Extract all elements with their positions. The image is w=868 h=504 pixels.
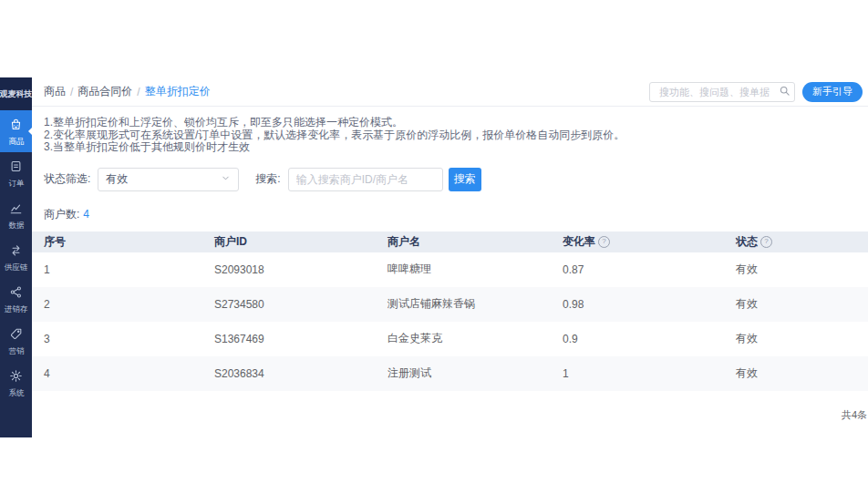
chevron-down-icon xyxy=(221,173,231,186)
app-window: 观麦科技 商品 订单 数据 供应链 进销存 营销 系统 商品 / 商品合同价 /… xyxy=(0,77,868,437)
col-header-index: 序号 xyxy=(32,234,202,250)
cell-index: 3 xyxy=(32,333,202,345)
shopping-bag-icon xyxy=(9,118,23,135)
breadcrumb-separator: / xyxy=(70,86,73,98)
app-logo: 观麦科技 xyxy=(0,77,32,110)
cell-merchant-id: S2093018 xyxy=(202,263,376,276)
cell-index: 4 xyxy=(32,367,202,380)
cell-status: 有效 xyxy=(724,331,868,346)
breadcrumb-item-products[interactable]: 商品 xyxy=(44,84,66,99)
table-row: 3 S1367469 白金史莱克 0.9 有效 xyxy=(32,322,868,356)
col-header-status-label: 状态 xyxy=(736,234,758,250)
cell-merchant-name: 啤啤糖理 xyxy=(376,262,551,277)
line-chart-icon xyxy=(9,201,23,219)
cell-change-rate: 0.98 xyxy=(551,298,724,311)
sidebar-item-2[interactable]: 数据 xyxy=(0,194,32,236)
merchant-search-input[interactable] xyxy=(288,168,443,191)
col-header-merchant-name: 商户名 xyxy=(376,234,551,250)
merchant-count: 商户数:4 xyxy=(44,207,868,222)
filter-row: 状态筛选: 有效 搜索: 搜索 xyxy=(44,168,868,191)
sidebar-item-5[interactable]: 营销 xyxy=(0,320,32,362)
help-icon[interactable]: ? xyxy=(598,236,610,248)
cell-status: 有效 xyxy=(724,365,868,381)
search-field-label: 搜索: xyxy=(255,171,280,187)
table-header-row: 序号 商户ID 商户名 变化率 ? 状态 ? xyxy=(32,231,868,252)
sidebar-item-4[interactable]: 进销存 xyxy=(0,278,32,320)
search-icon[interactable] xyxy=(779,84,790,100)
breadcrumb-separator: / xyxy=(137,86,140,98)
cell-merchant-id: S2036834 xyxy=(202,367,376,380)
sidebar-item-0[interactable]: 商品 xyxy=(0,110,32,152)
cell-merchant-id: S1367469 xyxy=(202,333,376,345)
sidebar-item-1[interactable]: 订单 xyxy=(0,152,32,194)
notice-block: 1.整单折扣定价和上浮定价、锁价均互斥，即至多只能选择一种定价模式。 2.变化率… xyxy=(32,107,868,154)
share-nodes-icon xyxy=(9,285,23,303)
sidebar-nav: 商品 订单 数据 供应链 进销存 营销 系统 xyxy=(0,110,32,404)
topbar: 商品 / 商品合同价 / 整单折扣定价 新手引导 xyxy=(32,77,868,107)
status-filter-select[interactable]: 有效 xyxy=(98,168,239,191)
tag-icon xyxy=(9,327,23,345)
table-body: 1 S2093018 啤啤糖理 0.87 有效 2 S2734580 测试店铺麻… xyxy=(32,252,868,391)
notice-line: 1.整单折扣定价和上浮定价、锁价均互斥，即至多只能选择一种定价模式。 xyxy=(44,117,868,129)
col-header-status: 状态 ? xyxy=(724,234,868,250)
breadcrumb: 商品 / 商品合同价 / 整单折扣定价 xyxy=(44,84,211,99)
cell-merchant-id: S2734580 xyxy=(202,298,376,311)
col-header-change-rate-label: 变化率 xyxy=(563,234,595,250)
global-search-box[interactable] xyxy=(649,82,795,102)
order-doc-icon xyxy=(9,159,23,177)
gear-icon xyxy=(9,369,23,386)
sidebar: 观麦科技 商品 订单 数据 供应链 进销存 营销 系统 xyxy=(0,77,32,437)
search-button[interactable]: 搜索 xyxy=(449,168,481,191)
notice-line: 2.变化率展现形式可在系统设置/订单中设置，默认选择变化率，表示基于原价的浮动比… xyxy=(44,129,868,142)
cell-index: 2 xyxy=(32,298,202,311)
sidebar-item-6[interactable]: 系统 xyxy=(0,362,32,404)
cell-change-rate: 0.9 xyxy=(551,333,724,345)
cell-index: 1 xyxy=(32,263,202,276)
status-filter-value: 有效 xyxy=(106,171,128,187)
topbar-right: 新手引导 xyxy=(649,82,863,102)
col-header-change-rate: 变化率 ? xyxy=(551,234,724,250)
newbie-guide-button[interactable]: 新手引导 xyxy=(802,82,863,102)
breadcrumb-item-contract-price[interactable]: 商品合同价 xyxy=(78,84,132,99)
breadcrumb-item-current: 整单折扣定价 xyxy=(145,84,211,99)
cell-change-rate: 0.87 xyxy=(551,263,724,276)
merchant-count-value: 4 xyxy=(83,208,89,221)
cell-merchant-name: 白金史莱克 xyxy=(376,331,551,346)
table-row: 2 S2734580 测试店铺麻辣香锅 0.98 有效 xyxy=(32,287,868,322)
status-filter-label: 状态筛选: xyxy=(44,171,90,187)
table-row: 1 S2093018 啤啤糖理 0.87 有效 xyxy=(32,252,868,287)
table-row: 4 S2036834 注册测试 1 有效 xyxy=(32,356,868,391)
merchants-table: 序号 商户ID 商户名 变化率 ? 状态 ? 1 S2093018 啤啤糖理 0… xyxy=(32,231,868,391)
pagination-total: 共4条 xyxy=(842,408,867,422)
merchant-count-label: 商户数: xyxy=(44,208,79,221)
cell-merchant-name: 测试店铺麻辣香锅 xyxy=(376,296,551,312)
global-search-input[interactable] xyxy=(657,86,779,98)
cell-status: 有效 xyxy=(724,296,868,312)
help-icon[interactable]: ? xyxy=(760,236,772,248)
col-header-merchant-id: 商户ID xyxy=(202,234,376,250)
sidebar-item-3[interactable]: 供应链 xyxy=(0,236,32,278)
exchange-arrows-icon xyxy=(9,243,23,261)
cell-merchant-name: 注册测试 xyxy=(376,365,551,381)
cell-status: 有效 xyxy=(724,262,868,277)
cell-change-rate: 1 xyxy=(551,367,724,380)
notice-line: 3.当整单折扣定价低于其他规则价时才生效 xyxy=(44,141,868,154)
main-content: 商品 / 商品合同价 / 整单折扣定价 新手引导 1.整单折扣定价和上浮定价、锁… xyxy=(32,77,868,437)
